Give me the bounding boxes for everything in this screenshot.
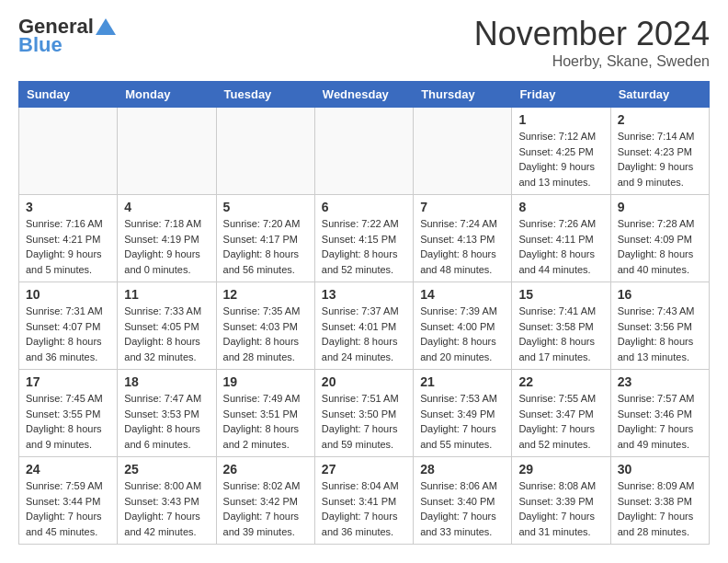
calendar-cell: 24Sunrise: 7:59 AMSunset: 3:44 PMDayligh… — [19, 457, 118, 545]
calendar-cell: 4Sunrise: 7:18 AMSunset: 4:19 PMDaylight… — [118, 195, 216, 282]
calendar-cell: 16Sunrise: 7:43 AMSunset: 3:56 PMDayligh… — [610, 282, 709, 370]
day-number: 2 — [618, 112, 702, 127]
day-info: Sunrise: 7:33 AMSunset: 4:05 PMDaylight:… — [124, 304, 209, 364]
day-number: 29 — [518, 462, 603, 477]
day-info: Sunrise: 7:26 AMSunset: 4:11 PMDaylight:… — [518, 216, 603, 277]
calendar-cell: 22Sunrise: 7:55 AMSunset: 3:47 PMDayligh… — [512, 370, 610, 457]
day-number: 16 — [618, 287, 702, 302]
day-info: Sunrise: 7:45 AMSunset: 3:55 PMDaylight:… — [26, 391, 110, 452]
day-info: Sunrise: 7:49 AMSunset: 3:51 PMDaylight:… — [223, 391, 308, 452]
calendar-cell: 21Sunrise: 7:53 AMSunset: 3:49 PMDayligh… — [414, 370, 512, 457]
day-number: 20 — [322, 374, 406, 389]
day-number: 15 — [518, 287, 603, 302]
day-number: 1 — [518, 112, 603, 127]
day-info: Sunrise: 7:41 AMSunset: 3:58 PMDaylight:… — [518, 304, 603, 364]
calendar-cell: 20Sunrise: 7:51 AMSunset: 3:50 PMDayligh… — [314, 370, 413, 457]
day-number: 5 — [223, 200, 308, 214]
calendar-cell: 2Sunrise: 7:14 AMSunset: 4:23 PMDaylight… — [610, 108, 709, 195]
day-number: 25 — [124, 462, 209, 477]
calendar-cell: 15Sunrise: 7:41 AMSunset: 3:58 PMDayligh… — [512, 282, 610, 370]
day-number: 9 — [618, 200, 702, 214]
day-info: Sunrise: 7:14 AMSunset: 4:23 PMDaylight:… — [618, 129, 702, 190]
calendar-cell — [216, 108, 314, 195]
calendar-week-0: 1Sunrise: 7:12 AMSunset: 4:25 PMDaylight… — [19, 108, 710, 195]
day-info: Sunrise: 7:31 AMSunset: 4:07 PMDaylight:… — [26, 304, 110, 364]
calendar-week-1: 3Sunrise: 7:16 AMSunset: 4:21 PMDaylight… — [19, 195, 710, 282]
day-info: Sunrise: 7:47 AMSunset: 3:53 PMDaylight:… — [124, 391, 209, 452]
calendar-cell: 23Sunrise: 7:57 AMSunset: 3:46 PMDayligh… — [610, 370, 709, 457]
day-number: 6 — [322, 200, 406, 214]
day-number: 26 — [223, 462, 308, 477]
location-subtitle: Hoerby, Skane, Sweden — [474, 53, 710, 70]
col-header-friday: Friday — [512, 82, 610, 108]
calendar-cell: 30Sunrise: 8:09 AMSunset: 3:38 PMDayligh… — [610, 457, 709, 545]
day-info: Sunrise: 7:43 AMSunset: 3:56 PMDaylight:… — [618, 304, 702, 364]
day-number: 23 — [618, 374, 702, 389]
calendar-table: SundayMondayTuesdayWednesdayThursdayFrid… — [18, 81, 710, 545]
calendar-cell: 8Sunrise: 7:26 AMSunset: 4:11 PMDaylight… — [512, 195, 610, 282]
logo: General Blue — [18, 15, 116, 57]
calendar-week-3: 17Sunrise: 7:45 AMSunset: 3:55 PMDayligh… — [19, 370, 710, 457]
day-info: Sunrise: 8:02 AMSunset: 3:42 PMDaylight:… — [223, 478, 308, 539]
col-header-thursday: Thursday — [414, 82, 512, 108]
day-number: 10 — [26, 287, 110, 302]
day-info: Sunrise: 7:53 AMSunset: 3:49 PMDaylight:… — [420, 391, 505, 452]
day-info: Sunrise: 7:12 AMSunset: 4:25 PMDaylight:… — [518, 129, 603, 190]
calendar-cell: 19Sunrise: 7:49 AMSunset: 3:51 PMDayligh… — [216, 370, 314, 457]
calendar-cell: 25Sunrise: 8:00 AMSunset: 3:43 PMDayligh… — [118, 457, 216, 545]
calendar-header-row: SundayMondayTuesdayWednesdayThursdayFrid… — [19, 82, 710, 108]
day-number: 7 — [420, 200, 505, 214]
day-number: 24 — [26, 462, 110, 477]
title-block: November 2024 Hoerby, Skane, Sweden — [474, 15, 710, 70]
svg-marker-0 — [96, 18, 116, 35]
day-info: Sunrise: 7:18 AMSunset: 4:19 PMDaylight:… — [124, 216, 209, 277]
day-number: 18 — [124, 374, 209, 389]
day-number: 11 — [124, 287, 209, 302]
day-info: Sunrise: 7:20 AMSunset: 4:17 PMDaylight:… — [223, 216, 308, 277]
calendar-cell: 10Sunrise: 7:31 AMSunset: 4:07 PMDayligh… — [19, 282, 118, 370]
day-info: Sunrise: 7:28 AMSunset: 4:09 PMDaylight:… — [618, 216, 702, 277]
day-info: Sunrise: 8:06 AMSunset: 3:40 PMDaylight:… — [420, 478, 505, 539]
day-info: Sunrise: 7:39 AMSunset: 4:00 PMDaylight:… — [420, 304, 505, 364]
calendar-cell: 27Sunrise: 8:04 AMSunset: 3:41 PMDayligh… — [314, 457, 413, 545]
calendar-week-2: 10Sunrise: 7:31 AMSunset: 4:07 PMDayligh… — [19, 282, 710, 370]
calendar-cell: 28Sunrise: 8:06 AMSunset: 3:40 PMDayligh… — [414, 457, 512, 545]
day-info: Sunrise: 7:51 AMSunset: 3:50 PMDaylight:… — [322, 391, 406, 452]
day-info: Sunrise: 8:09 AMSunset: 3:38 PMDaylight:… — [618, 478, 702, 539]
day-number: 13 — [322, 287, 406, 302]
day-info: Sunrise: 7:57 AMSunset: 3:46 PMDaylight:… — [618, 391, 702, 452]
calendar-week-4: 24Sunrise: 7:59 AMSunset: 3:44 PMDayligh… — [19, 457, 710, 545]
calendar-cell: 11Sunrise: 7:33 AMSunset: 4:05 PMDayligh… — [118, 282, 216, 370]
calendar-cell — [118, 108, 216, 195]
calendar-cell: 7Sunrise: 7:24 AMSunset: 4:13 PMDaylight… — [414, 195, 512, 282]
calendar-cell: 9Sunrise: 7:28 AMSunset: 4:09 PMDaylight… — [610, 195, 709, 282]
day-info: Sunrise: 7:22 AMSunset: 4:15 PMDaylight:… — [322, 216, 406, 277]
day-number: 21 — [420, 374, 505, 389]
logo-blue-text: Blue — [18, 33, 63, 57]
col-header-wednesday: Wednesday — [314, 82, 413, 108]
calendar-cell: 12Sunrise: 7:35 AMSunset: 4:03 PMDayligh… — [216, 282, 314, 370]
day-info: Sunrise: 8:08 AMSunset: 3:39 PMDaylight:… — [518, 478, 603, 539]
calendar-cell: 17Sunrise: 7:45 AMSunset: 3:55 PMDayligh… — [19, 370, 118, 457]
day-number: 30 — [618, 462, 702, 477]
day-info: Sunrise: 7:55 AMSunset: 3:47 PMDaylight:… — [518, 391, 603, 452]
calendar-cell: 13Sunrise: 7:37 AMSunset: 4:01 PMDayligh… — [314, 282, 413, 370]
day-number: 19 — [223, 374, 308, 389]
calendar-cell: 1Sunrise: 7:12 AMSunset: 4:25 PMDaylight… — [512, 108, 610, 195]
col-header-tuesday: Tuesday — [216, 82, 314, 108]
day-number: 14 — [420, 287, 505, 302]
day-number: 22 — [518, 374, 603, 389]
logo-icon — [96, 18, 116, 35]
page-header: General Blue November 2024 Hoerby, Skane… — [18, 15, 710, 70]
col-header-monday: Monday — [118, 82, 216, 108]
calendar-cell — [314, 108, 413, 195]
col-header-sunday: Sunday — [19, 82, 118, 108]
col-header-saturday: Saturday — [610, 82, 709, 108]
calendar-cell: 14Sunrise: 7:39 AMSunset: 4:00 PMDayligh… — [414, 282, 512, 370]
day-number: 3 — [26, 200, 110, 214]
calendar-cell: 3Sunrise: 7:16 AMSunset: 4:21 PMDaylight… — [19, 195, 118, 282]
day-info: Sunrise: 7:35 AMSunset: 4:03 PMDaylight:… — [223, 304, 308, 364]
day-number: 8 — [518, 200, 603, 214]
day-info: Sunrise: 7:16 AMSunset: 4:21 PMDaylight:… — [26, 216, 110, 277]
calendar-cell: 5Sunrise: 7:20 AMSunset: 4:17 PMDaylight… — [216, 195, 314, 282]
